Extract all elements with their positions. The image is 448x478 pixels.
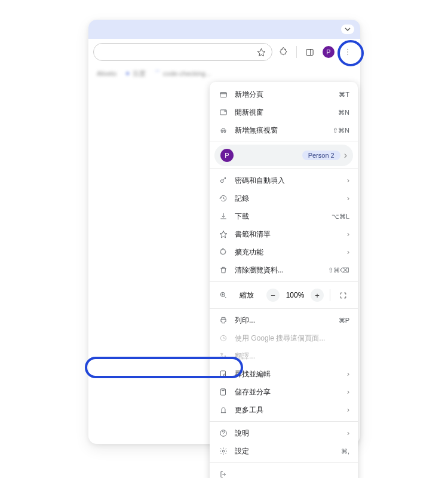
menu-profile[interactable]: P Person 2 › — [214, 145, 353, 166]
menu-shortcut: ⌘T — [339, 91, 349, 99]
menu-help[interactable]: 說明 › — [210, 424, 358, 442]
menu-label: 翻譯... — [235, 351, 349, 361]
menu-label: 書籤和清單 — [235, 229, 347, 240]
help-icon — [218, 429, 229, 437]
save-icon — [218, 388, 229, 396]
svg-point-3 — [347, 51, 348, 53]
menu-shortcut: ⌘P — [339, 317, 349, 324]
menu-new-window[interactable]: 開新視窗 ⌘N — [210, 103, 358, 121]
menu-history[interactable]: 記錄 › — [210, 189, 358, 207]
exit-icon — [218, 470, 229, 478]
google-icon — [218, 334, 229, 342]
star-icon — [218, 230, 229, 238]
svg-point-7 — [221, 131, 223, 133]
translate-icon — [218, 352, 229, 360]
url-bar[interactable] — [93, 43, 272, 61]
bookmark-item[interactable]: Aliveto — [97, 70, 116, 77]
zoom-label: 縮放 — [240, 290, 254, 301]
avatar: P — [323, 46, 335, 58]
menu-more-tools[interactable]: 更多工具 › — [210, 401, 358, 419]
browser-window: P Aliveto ✦ 百度 ⌒ code-checking... 新增分頁 ⌘… — [88, 20, 360, 444]
svg-rect-5 — [220, 93, 227, 97]
menu-zoom: 縮放 − 100% + — [210, 284, 358, 306]
menu-label: 尋找並編輯 — [235, 369, 347, 379]
menu-print[interactable]: 列印... ⌘P — [210, 311, 358, 329]
overflow-menu-button[interactable] — [340, 44, 355, 60]
separator — [210, 308, 358, 309]
menu-shortcut: ⌘N — [338, 109, 349, 117]
bookmark-item[interactable]: ⌒ code-checking... — [154, 69, 211, 78]
separator — [210, 142, 358, 142]
divider — [330, 289, 330, 301]
menu-label: 密碼和自動填入 — [235, 176, 347, 186]
menu-label: 開新視窗 — [235, 108, 338, 118]
panel-icon — [305, 48, 314, 57]
puzzle-icon — [279, 47, 289, 57]
svg-point-9 — [220, 180, 223, 183]
window-icon — [218, 108, 229, 117]
fullscreen-icon — [339, 292, 347, 299]
more-vertical-icon — [343, 48, 352, 56]
menu-label: 清除瀏覽資料... — [235, 265, 328, 275]
zoom-in-button[interactable]: + — [311, 289, 324, 302]
overflow-menu: 新增分頁 ⌘T 開新視窗 ⌘N 新增無痕視窗 ⇧⌘N P Person 2 › … — [210, 82, 358, 478]
menu-find[interactable]: 尋找並編輯 › — [210, 365, 358, 383]
menu-label: 下載 — [235, 212, 332, 222]
tools-icon — [218, 406, 229, 414]
trash-icon — [218, 266, 229, 274]
chevron-right-icon: › — [344, 150, 347, 161]
profile-button[interactable]: P — [321, 44, 336, 60]
download-icon — [218, 212, 229, 220]
menu-exit[interactable] — [210, 465, 358, 478]
divider — [296, 46, 297, 58]
tab-icon — [218, 90, 229, 99]
incognito-icon — [218, 126, 229, 134]
menu-save-share[interactable]: 儲存並分享 › — [210, 383, 358, 401]
menu-new-incognito[interactable]: 新增無痕視窗 ⇧⌘N — [210, 121, 358, 139]
bookmarks-bar: Aliveto ✦ 百度 ⌒ code-checking... — [88, 65, 360, 82]
separator — [210, 281, 358, 282]
menu-passwords[interactable]: 密碼和自動填入 › — [210, 171, 358, 189]
menu-label: 新增無痕視窗 — [235, 125, 333, 136]
profile-name-badge: Person 2 — [302, 151, 340, 160]
avatar: P — [220, 149, 234, 162]
menu-label: 列印... — [235, 315, 339, 326]
chevron-right-icon: › — [347, 370, 349, 378]
print-icon — [218, 316, 229, 324]
chevron-right-icon: › — [347, 429, 349, 437]
menu-label: 設定 — [235, 446, 341, 456]
menu-clear-data[interactable]: 清除瀏覽資料... ⇧⌘⌫ — [210, 261, 358, 279]
svg-point-4 — [347, 54, 348, 55]
menu-label: 擴充功能 — [235, 247, 347, 258]
zoom-icon — [218, 291, 229, 299]
extensions-button[interactable] — [276, 44, 291, 60]
separator — [210, 462, 358, 463]
menu-translate: 翻譯... — [210, 347, 358, 365]
menu-shortcut: ⌥⌘L — [332, 213, 349, 220]
titlebar — [88, 20, 360, 39]
key-icon — [218, 176, 229, 185]
svg-point-2 — [347, 49, 348, 50]
tab-dropdown-button[interactable] — [341, 24, 354, 34]
svg-point-16 — [222, 450, 225, 452]
zoom-out-button[interactable]: − — [266, 289, 280, 302]
star-icon[interactable] — [257, 48, 266, 57]
gear-icon — [218, 447, 229, 455]
menu-extensions[interactable]: 擴充功能 › — [210, 243, 358, 261]
bookmark-item[interactable]: ✦ 百度 — [125, 69, 146, 78]
toolbar: P — [88, 39, 360, 65]
zoom-value: 100% — [284, 291, 306, 299]
menu-settings[interactable]: 設定 ⌘, — [210, 442, 358, 460]
menu-label: 更多工具 — [235, 405, 347, 415]
side-panel-button[interactable] — [302, 44, 317, 60]
menu-label: 儲存並分享 — [235, 387, 347, 397]
separator — [210, 421, 358, 422]
chevron-right-icon: › — [347, 248, 349, 256]
menu-label: 使用 Google 搜尋這個頁面... — [235, 333, 349, 344]
menu-label: 記錄 — [235, 194, 347, 204]
menu-downloads[interactable]: 下載 ⌥⌘L — [210, 207, 358, 225]
menu-new-tab[interactable]: 新增分頁 ⌘T — [210, 85, 358, 103]
fullscreen-button[interactable] — [336, 289, 349, 302]
chevron-right-icon: › — [347, 406, 349, 414]
menu-bookmarks[interactable]: 書籤和清單 › — [210, 225, 358, 243]
